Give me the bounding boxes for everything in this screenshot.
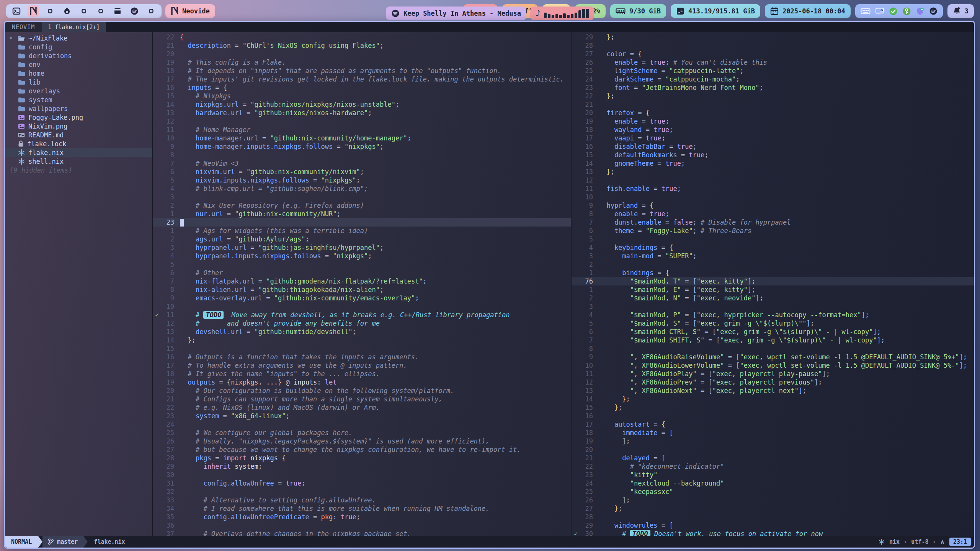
code-line[interactable]: 11 fish.enable = true; — [572, 184, 974, 193]
code-line[interactable]: 35 config.allowUnfreePredicate = pkg: tr… — [153, 513, 571, 521]
code-line[interactable]: 20 firefox = { — [572, 109, 974, 117]
code-line[interactable]: 13 }; — [572, 168, 974, 176]
tree-item-flake-lock[interactable]: flake.lock — [5, 139, 152, 148]
code-line[interactable]: 26 ]; — [572, 496, 974, 504]
code-line[interactable]: 18 # It gives the name "inputs" to the .… — [153, 370, 571, 378]
code-line[interactable]: 15 defaultBookmarks = true; — [572, 151, 974, 159]
code-line[interactable]: 15 # Nixpkgs — [153, 92, 571, 100]
code-line[interactable]: 9 ", XF86AudioRaiseVolume" = ["exec, wpc… — [572, 353, 974, 361]
code-line[interactable]: 27 # but because we want to change the n… — [153, 445, 571, 454]
code-line[interactable]: 1 "$mainMod, E" = ["exec, kitty"]; — [572, 285, 974, 294]
code-line[interactable]: 14 }; — [572, 395, 974, 403]
keyboard-icon[interactable] — [861, 7, 871, 15]
code-line[interactable]: 25 # We configure our global packages he… — [153, 429, 571, 437]
editor-pane-right[interactable]: 29 };2827 color = {26 enable = true; # Y… — [572, 32, 974, 536]
code-line[interactable]: ✓11 # TODO Move away from devshell, as i… — [153, 311, 571, 319]
code-line[interactable]: 30 — [153, 471, 571, 479]
code-line[interactable]: 14 gnomeTheme = true; — [572, 159, 974, 168]
code-line[interactable]: 20 — [153, 50, 571, 58]
code-line[interactable]: 10 — [572, 193, 974, 201]
code-line[interactable]: 1 # Ags for widgets (this was a terrible… — [153, 227, 571, 235]
code-line[interactable]: 22 # e.g. NixOS (linux) and MacOS (darwi… — [153, 403, 571, 412]
now-playing-widget[interactable]: Keep Shelly In Athens - Medusa — [386, 7, 526, 20]
code-line[interactable]: 12 — [572, 176, 974, 184]
check-circle-icon[interactable] — [889, 7, 898, 16]
tree-item-config[interactable]: config — [5, 42, 152, 51]
workspace-2-active[interactable] — [28, 5, 39, 17]
code-line[interactable]: 25 lightScheme = "catppuccin-latte"; — [572, 67, 974, 75]
code-line[interactable]: 5 — [153, 260, 571, 269]
window-title-widget[interactable]: Neovide — [165, 4, 215, 18]
code-line[interactable]: 13 devshell.url = "github:numtide/devshe… — [153, 328, 571, 336]
code-line[interactable]: 6 nixvim.url = "github:nix-community/nix… — [153, 168, 571, 176]
code-line[interactable]: 8 nix-alien.url = "github:thiagokokada/n… — [153, 285, 571, 294]
audio-visualizer-widget[interactable]: ♪ — [530, 7, 594, 20]
code-line[interactable]: 22 # "kdeconnect-indicator" — [572, 462, 974, 471]
tree-item-system[interactable]: system — [5, 95, 152, 104]
key-icon[interactable] — [902, 7, 911, 16]
code-line[interactable]: 2 — [572, 260, 974, 269]
code-line[interactable]: 23 system = "x86_64-linux"; — [153, 412, 571, 420]
code-line[interactable]: 6 theme = "Foggy-Lake"; # Three-Bears — [572, 227, 974, 235]
code-line[interactable]: 19 ]; — [572, 437, 974, 445]
code-line[interactable]: 22 }; — [572, 92, 974, 100]
tree-item-foggy-lake-png[interactable]: Foggy-Lake.png — [5, 113, 152, 122]
memory-widget[interactable]: 9/30 GiB — [610, 4, 666, 18]
code-line[interactable]: 22{ — [153, 33, 571, 41]
code-line[interactable]: 27 }; — [572, 504, 974, 513]
code-line[interactable]: 17 vaapi = true; — [572, 134, 974, 142]
code-line[interactable]: 16 disableTabBar = true; — [572, 142, 974, 151]
code-line[interactable]: 20 # Our configuration is buildable on t… — [153, 386, 571, 395]
code-line[interactable]: 23 "kitty" — [572, 471, 974, 479]
code-line[interactable]: 19 outputs = {nixpkgs, ...} @ inputs: le… — [153, 378, 571, 386]
editor-pane-left[interactable]: 22{21 description = "ChUrl's NixOS confi… — [153, 32, 572, 536]
code-line[interactable]: 1 nur.url = "github:nix-community/NUR"; — [153, 210, 571, 218]
code-line[interactable]: 20 — [572, 445, 974, 454]
tree-item--nixflake[interactable]: ▾~/NixFlake — [5, 34, 152, 42]
code-line[interactable]: 6 # Other — [153, 269, 571, 277]
code-line[interactable]: 29 }; — [572, 33, 974, 41]
code-line[interactable]: 19 # This config is a Flake. — [153, 58, 571, 67]
code-line[interactable]: 18 wayland = true; — [572, 126, 974, 134]
code-line[interactable]: 3 hyprpanel.url = "github:jas-singhfsu/h… — [153, 243, 571, 252]
code-line[interactable]: 28 — [572, 41, 974, 50]
code-line[interactable]: 26 enable = true; # You can't disable th… — [572, 58, 974, 67]
tree-item-nixvim-png[interactable]: NixVim.png — [5, 122, 152, 130]
code-line[interactable]: 10 ", XF86AudioLowerVolume" = ["exec, wp… — [572, 361, 974, 370]
code-line[interactable]: 25 "keepassxc" — [572, 487, 974, 496]
code-line[interactable]: 4 # blink-cmp.url = "github:saghen/blink… — [153, 184, 571, 193]
code-line[interactable]: 23 — [153, 218, 571, 227]
code-line[interactable]: 13 ", XF86AudioNext" = ["exec, playerctl… — [572, 386, 974, 395]
code-line[interactable]: 3 main-mod = "SUPER"; — [572, 252, 974, 260]
code-line[interactable]: 12 ", XF86AudioPrev" = ["exec, playerctl… — [572, 378, 974, 386]
code-line[interactable]: 16 inputs = { — [153, 83, 571, 92]
code-line[interactable]: 14 }; — [153, 336, 571, 344]
code-line[interactable]: 16 # Outputs is a function that takes th… — [153, 353, 571, 361]
tree-item-overlays[interactable]: overlays — [5, 86, 152, 95]
code-line[interactable]: 17 autostart = { — [572, 420, 974, 429]
tree-item-wallpapers[interactable]: wallpapers — [5, 104, 152, 113]
code-line[interactable]: 11 ", XF86AudioPlay" = ["exec, playerctl… — [572, 370, 974, 378]
code-line[interactable]: 2 # Nix User Repository (e.g. Firefox ad… — [153, 201, 571, 210]
tree-item-derivations[interactable]: derivations — [5, 51, 152, 60]
code-line[interactable]: 76 "$mainMod, T" = ["exec, kitty"]; — [572, 277, 974, 285]
code-line[interactable]: 18 immediate = [ — [572, 429, 974, 437]
code-line[interactable]: 7 nix-flatpak.url = "github:gmodena/nix-… — [153, 277, 571, 285]
code-line[interactable]: 5 "$mainMod, S" = ["exec, grim -g \"$(sl… — [572, 319, 974, 328]
workspace-8[interactable] — [129, 5, 140, 17]
code-line[interactable]: 12 — [153, 117, 571, 126]
workspace-6[interactable] — [95, 5, 106, 17]
code-line[interactable]: 33 # Alternative to setting config.allow… — [153, 496, 571, 504]
clipboard-icon[interactable] — [875, 7, 884, 15]
tree-item-shell-nix[interactable]: shell.nix — [5, 157, 152, 166]
code-line[interactable]: 36 — [153, 521, 571, 530]
code-line[interactable]: 21 # Configs can support more than a sin… — [153, 395, 571, 403]
code-line[interactable]: 9 hyprland = { — [572, 201, 974, 210]
code-line[interactable]: 17 # The inputs' git revisions get locke… — [153, 75, 571, 83]
code-line[interactable]: 29 inherit system; — [153, 462, 571, 471]
tree-item-lib[interactable]: lib — [5, 78, 152, 86]
code-line[interactable]: 4 keybindings = { — [572, 243, 974, 252]
code-line[interactable]: 4 hyprpanel.inputs.nixpkgs.follows = "ni… — [153, 252, 571, 260]
code-line[interactable]: 10 home-manager.url = "github:nix-commun… — [153, 134, 571, 142]
code-line[interactable]: 28 — [572, 513, 974, 521]
